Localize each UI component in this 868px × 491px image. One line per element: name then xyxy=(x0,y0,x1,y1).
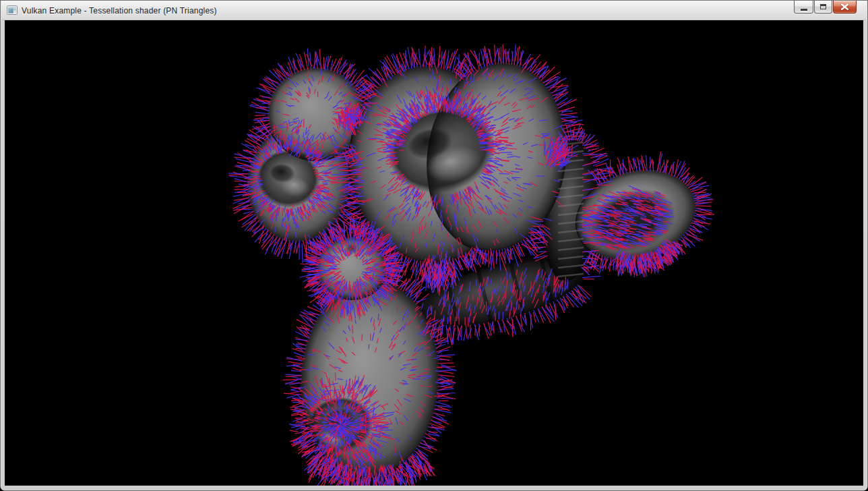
render-viewport[interactable] xyxy=(5,20,863,486)
maximize-icon xyxy=(820,4,826,9)
application-icon[interactable] xyxy=(7,5,18,16)
maximize-button[interactable] xyxy=(814,1,832,13)
app-window: Vulkan Example - Tessellation shader (PN… xyxy=(0,0,868,491)
window-title: Vulkan Example - Tessellation shader (PN… xyxy=(22,6,217,16)
render-client-area xyxy=(5,20,863,486)
close-icon xyxy=(840,3,849,11)
title-bar[interactable]: Vulkan Example - Tessellation shader (PN… xyxy=(1,1,867,20)
window-controls xyxy=(793,1,857,13)
minimize-icon xyxy=(801,9,807,11)
minimize-button[interactable] xyxy=(794,1,813,13)
close-button[interactable] xyxy=(833,1,857,13)
